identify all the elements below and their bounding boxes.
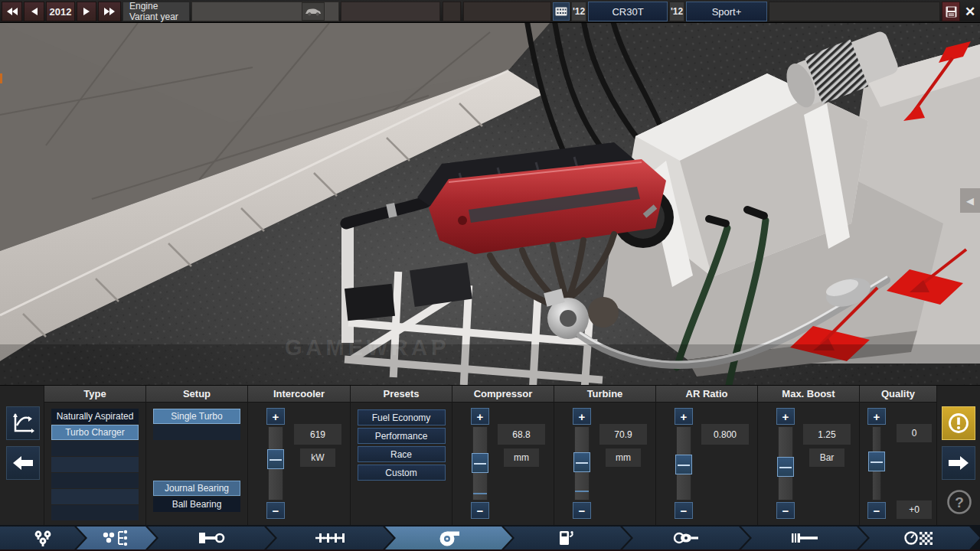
- exhaust-manifold-icon: [673, 530, 699, 546]
- compressor-slider-handle[interactable]: [472, 453, 488, 473]
- engine-year-badge: '12: [571, 2, 586, 21]
- dyno-graph-button[interactable]: [6, 406, 40, 440]
- quality-slider-handle[interactable]: [868, 452, 885, 471]
- quality-increase-button[interactable]: +: [867, 408, 886, 425]
- preset-race-button[interactable]: Race: [358, 446, 446, 462]
- intercooler-increase-button[interactable]: +: [266, 408, 285, 425]
- toolbar-segment: [341, 2, 440, 21]
- warning-button[interactable]: [942, 406, 975, 440]
- back-arrow-icon: [11, 455, 34, 471]
- camshaft-icon: [315, 531, 345, 545]
- turbine-column: Turbine + − 70.9 mm: [554, 386, 656, 525]
- turbine-reference-mark: [575, 491, 589, 492]
- next-year-button[interactable]: [77, 2, 96, 21]
- help-button[interactable]: ?: [945, 487, 974, 517]
- intercooler-header: Intercooler: [248, 386, 350, 403]
- close-button[interactable]: ✕: [962, 2, 978, 21]
- engine-icon-button[interactable]: [553, 2, 570, 21]
- ar-ratio-slider: + −: [675, 408, 693, 519]
- previous-year-button[interactable]: [24, 2, 44, 21]
- max-boost-slider-handle[interactable]: [777, 457, 794, 477]
- max-boost-decrease-button[interactable]: −: [776, 502, 795, 519]
- type-option-turbo-charger[interactable]: Turbo Charger: [51, 425, 139, 440]
- turbine-header: Turbine: [554, 386, 655, 403]
- back-button[interactable]: [6, 446, 40, 480]
- compressor-header: Compressor: [452, 386, 554, 403]
- tab-exhaust-headers[interactable]: [622, 527, 750, 549]
- ar-ratio-decrease-button[interactable]: −: [675, 502, 693, 519]
- max-boost-column: Max. Boost + − 1.25 Bar: [758, 386, 860, 525]
- quality-column: Quality + − 0 +0: [860, 386, 937, 525]
- edge-marker: [0, 73, 2, 83]
- collapse-panel-button[interactable]: ◀: [960, 188, 980, 213]
- variant-name-tab[interactable]: Sport+: [686, 2, 767, 21]
- turbine-increase-button[interactable]: +: [573, 408, 591, 425]
- max-boost-slider-track[interactable]: [778, 426, 793, 500]
- engine-variant-year-label: Engine Variant year: [122, 2, 190, 21]
- year-display: 2012: [46, 2, 75, 21]
- preset-performance-button[interactable]: Performance: [358, 428, 446, 444]
- quality-slider-track[interactable]: [872, 426, 881, 500]
- turbine-value: 70.9: [599, 424, 647, 445]
- engine-block-icon: [555, 7, 567, 16]
- type-header: Type: [44, 386, 145, 403]
- intercooler-slider-track[interactable]: [268, 426, 283, 500]
- engine-family-icon: [30, 529, 56, 547]
- preset-custom-button[interactable]: Custom: [358, 465, 446, 481]
- tab-top-end[interactable]: [266, 527, 394, 549]
- quality-slider: + −: [867, 408, 886, 519]
- setup-option-journal-bearing[interactable]: Journal Bearing: [153, 481, 240, 496]
- engine-variant-icon: [100, 529, 132, 547]
- ar-ratio-slider-handle[interactable]: [675, 455, 692, 474]
- next-step-button[interactable]: [942, 446, 975, 480]
- turbocharger-icon: [437, 529, 460, 547]
- tab-aspiration[interactable]: [385, 527, 512, 549]
- type-option-naturally-aspirated[interactable]: Naturally Aspirated: [51, 409, 139, 424]
- tab-fuel-system[interactable]: [504, 527, 631, 549]
- save-button[interactable]: [942, 2, 960, 21]
- setup-option-empty: [153, 425, 240, 440]
- turbine-slider-track[interactable]: [574, 426, 590, 500]
- piston-conrod-icon: [198, 530, 225, 546]
- compressor-unit: mm: [504, 448, 539, 467]
- setup-option-single-turbo[interactable]: Single Turbo: [153, 409, 240, 424]
- dyno-test-icon: [904, 530, 935, 546]
- preset-fuel-economy-button[interactable]: Fuel Economy: [358, 409, 446, 425]
- top-bar: 2012 Engine Variant year: [0, 0, 980, 23]
- first-year-button[interactable]: [2, 2, 22, 21]
- type-option-empty: [51, 441, 139, 456]
- intercooler-slider-handle[interactable]: [267, 449, 284, 469]
- tab-exhaust[interactable]: [741, 527, 867, 549]
- next-arrow-icon: [947, 455, 970, 471]
- tab-bottom-end[interactable]: [148, 527, 275, 549]
- compressor-decrease-button[interactable]: −: [471, 502, 489, 519]
- turbine-slider-handle[interactable]: [573, 452, 590, 472]
- turbine-decrease-button[interactable]: −: [573, 502, 591, 519]
- quality-header: Quality: [860, 386, 936, 403]
- compressor-increase-button[interactable]: +: [471, 408, 489, 425]
- tab-engine-variant[interactable]: [77, 527, 156, 549]
- intercooler-column: Intercooler + − 619 kW: [248, 386, 351, 525]
- max-boost-increase-button[interactable]: +: [776, 408, 795, 425]
- setup-header: Setup: [146, 386, 247, 403]
- car-model-button[interactable]: [302, 2, 325, 21]
- left-arrow-icon: [31, 7, 38, 16]
- intercooler-value: 619: [294, 424, 341, 445]
- type-column: Type Naturally Aspirated Turbo Charger: [44, 386, 146, 525]
- ar-ratio-value: 0.800: [701, 424, 749, 445]
- setup-option-ball-bearing[interactable]: Ball Bearing: [153, 497, 240, 512]
- tab-testing[interactable]: [859, 527, 980, 549]
- intercooler-decrease-button[interactable]: −: [266, 502, 285, 519]
- ar-ratio-increase-button[interactable]: +: [675, 408, 693, 425]
- ar-ratio-slider-track[interactable]: [676, 426, 691, 500]
- dyno-3d-viewport[interactable]: GAMEWRAP ◀: [0, 23, 980, 385]
- intercooler-slider: + −: [266, 408, 285, 519]
- graph-curve-icon: [11, 412, 34, 434]
- quality-decrease-button[interactable]: −: [867, 502, 886, 519]
- type-option-empty: [51, 489, 139, 504]
- engine-name-tab[interactable]: CR30T: [588, 2, 668, 21]
- tab-engine-family[interactable]: [0, 527, 85, 549]
- last-year-button[interactable]: [98, 2, 121, 21]
- setup-column: Setup Single Turbo Journal Bearing Ball …: [146, 386, 248, 525]
- compressor-slider-track[interactable]: [472, 426, 488, 500]
